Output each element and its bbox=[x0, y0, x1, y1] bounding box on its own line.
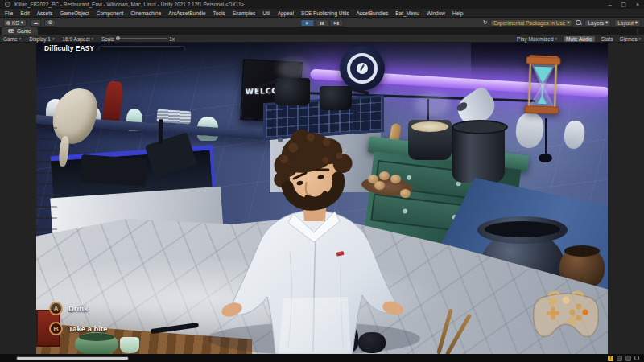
menu-gameobject[interactable]: GameObject bbox=[60, 10, 89, 16]
layers-dropdown[interactable]: Layers ▾ bbox=[584, 19, 611, 27]
stats-toggle[interactable]: Stats bbox=[601, 36, 613, 42]
scale-label: Scale bbox=[101, 36, 114, 42]
game-view-toolbar: Game▾ Display 1▾ 16:9 Aspect▾ Scale 1x P… bbox=[0, 35, 644, 43]
game-screen[interactable]: WELCOME! bbox=[36, 43, 608, 354]
prompt-drink: A Drink bbox=[49, 302, 88, 315]
menu-examples[interactable]: Examples bbox=[233, 10, 256, 16]
chevron-down-icon: ▾ bbox=[567, 19, 569, 26]
menu-appeal[interactable]: Appeal bbox=[278, 10, 294, 16]
prompt-take-a-bite-label: Take a bite bbox=[68, 324, 107, 333]
warning-badge-icon[interactable]: ! bbox=[608, 356, 613, 361]
account-icon bbox=[6, 21, 10, 25]
menu-cinemachine[interactable]: Cinemachine bbox=[130, 10, 161, 16]
activity-spinner-icon bbox=[634, 356, 639, 360]
gamepad-a-button-icon: A bbox=[49, 302, 63, 315]
gear-icon: ⚙ bbox=[47, 19, 52, 26]
griddle-pan bbox=[80, 154, 147, 187]
difficulty-label: Difficulty EASY bbox=[44, 44, 94, 52]
steam bbox=[278, 59, 310, 80]
difficulty-progress-bar bbox=[98, 46, 185, 51]
menu-util[interactable]: Util bbox=[262, 10, 270, 16]
panel-menu-icon[interactable]: ⋮ bbox=[635, 28, 641, 35]
clock-hand bbox=[360, 64, 365, 71]
search-icon[interactable] bbox=[576, 20, 581, 26]
cauldron-rim bbox=[477, 216, 568, 244]
account-dropdown[interactable]: KS ▾ bbox=[3, 19, 27, 27]
menu-component[interactable]: Component bbox=[97, 10, 124, 16]
chevron-down-icon: ▾ bbox=[21, 19, 23, 26]
gamepad-overlay-icon bbox=[529, 289, 603, 343]
gamepad-tab-icon bbox=[8, 29, 14, 33]
menu-help[interactable]: Help bbox=[452, 10, 463, 16]
aspect-ratio-dropdown[interactable]: 16:9 Aspect▾ bbox=[62, 36, 93, 42]
prompt-drink-label: Drink bbox=[68, 304, 88, 313]
status-progress-bar bbox=[16, 356, 129, 361]
menu-tools[interactable]: Tools bbox=[213, 10, 225, 16]
cloud-collab-button[interactable]: ☁ bbox=[30, 19, 42, 27]
wall-clock bbox=[340, 46, 385, 91]
mute-audio-toggle[interactable]: Mute Audio bbox=[564, 36, 595, 42]
chevron-down-icon: ▾ bbox=[605, 19, 608, 26]
unity-logo-icon bbox=[5, 2, 10, 7]
close-button[interactable]: × bbox=[636, 1, 639, 9]
play-button[interactable]: ▶ bbox=[301, 19, 315, 27]
experimental-packages-warning[interactable]: Experimental Packages In Use ▾ bbox=[490, 19, 572, 27]
menu-assetbundles[interactable]: AssetBundles bbox=[356, 10, 388, 16]
prompt-take-a-bite: B Take a bite bbox=[49, 322, 107, 335]
menu-edit[interactable]: Edit bbox=[20, 10, 29, 16]
console-error-icon[interactable] bbox=[625, 356, 631, 361]
title-bar: Kilian_FB2022_PC - Restaurant_Envi - Win… bbox=[0, 0, 644, 9]
unity-editor-window: Kilian_FB2022_PC - Restaurant_Envi - Win… bbox=[0, 0, 644, 362]
menu-assets[interactable]: Assets bbox=[37, 10, 53, 16]
pause-button[interactable]: ▮▮ bbox=[316, 19, 329, 27]
chevron-down-icon: ▾ bbox=[635, 19, 638, 26]
game-viewport-letterbox: WELCOME! bbox=[0, 43, 644, 354]
chef-character bbox=[193, 107, 435, 354]
maximize-button[interactable]: ▢ bbox=[621, 1, 626, 9]
menu-sce-publishing-utils[interactable]: SCE Publishing Utils bbox=[301, 10, 349, 16]
main-toolbar: KS ▾ ☁ ⚙ ▶ ▮▮ ▶▮ ↻ Experimental Packages… bbox=[0, 18, 644, 27]
cooking-pot bbox=[275, 78, 310, 105]
stock-pot bbox=[452, 123, 505, 183]
menu-bat-menu[interactable]: Bat_Menu bbox=[395, 10, 419, 16]
layout-dropdown[interactable]: Layout ▾ bbox=[614, 19, 641, 27]
hud-difficulty: Difficulty EASY bbox=[44, 44, 185, 52]
green-bowl bbox=[75, 332, 118, 354]
menu-window[interactable]: Window bbox=[427, 10, 445, 16]
display-dropdown[interactable]: Display 1▾ bbox=[29, 36, 54, 42]
menu-file[interactable]: File bbox=[5, 10, 13, 16]
undo-history-icon[interactable]: ↻ bbox=[483, 19, 487, 26]
status-bar: ! bbox=[0, 354, 644, 362]
minimize-button[interactable]: – bbox=[608, 1, 611, 9]
gizmos-dropdown[interactable]: Gizmos▾ bbox=[619, 36, 641, 42]
menu-arcassetbundle[interactable]: ArcAssetBundle bbox=[168, 10, 205, 16]
scale-slider[interactable] bbox=[116, 38, 167, 39]
cloud-icon: ☁ bbox=[33, 19, 39, 26]
play-maximized-dropdown[interactable]: Play Maximized▾ bbox=[517, 36, 557, 42]
menu-bar: File Edit Assets GameObject Component Ci… bbox=[0, 9, 644, 18]
tab-game[interactable]: Game bbox=[2, 27, 38, 35]
scale-value: 1x bbox=[169, 36, 175, 42]
panel-tab-strip: Game ⋮ bbox=[0, 27, 644, 35]
mint-cup bbox=[120, 337, 139, 353]
step-button[interactable]: ▶▮ bbox=[330, 19, 344, 27]
display-mode-dropdown[interactable]: Game▾ bbox=[3, 36, 21, 42]
console-log-icon[interactable] bbox=[617, 356, 622, 361]
window-title: Kilian_FB2022_PC - Restaurant_Envi - Win… bbox=[14, 2, 244, 7]
hourglass-timer bbox=[523, 55, 563, 116]
gamepad-b-button-icon: B bbox=[49, 322, 63, 335]
scale-slider-knob[interactable] bbox=[116, 36, 120, 40]
services-button[interactable]: ⚙ bbox=[44, 19, 56, 27]
